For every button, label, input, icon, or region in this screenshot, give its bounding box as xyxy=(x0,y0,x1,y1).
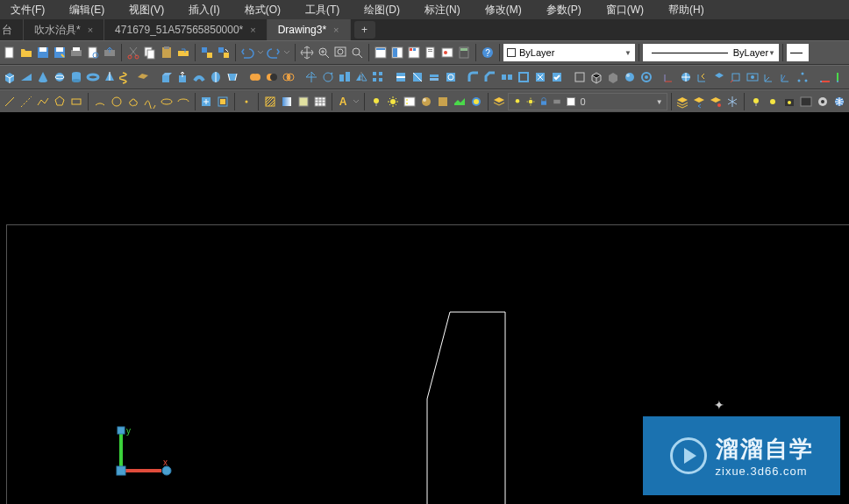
menu-window[interactable]: 窗口(W) xyxy=(603,1,647,19)
light-tool-icon[interactable] xyxy=(748,94,764,110)
close-icon[interactable]: × xyxy=(88,25,93,35)
chamfer-edge-icon[interactable] xyxy=(482,69,498,85)
section-plane-icon[interactable] xyxy=(393,69,409,85)
render-env-icon[interactable] xyxy=(452,94,467,110)
3d-rotate-icon[interactable] xyxy=(320,69,336,85)
calculator-icon[interactable] xyxy=(456,45,472,60)
extrude-icon[interactable] xyxy=(158,69,174,85)
tab-2[interactable]: 471679_51A57565850000* × xyxy=(104,19,268,40)
markup-icon[interactable] xyxy=(439,45,455,60)
ucs-z-icon[interactable] xyxy=(778,69,794,85)
globe-icon[interactable] xyxy=(831,94,847,110)
torus-icon[interactable] xyxy=(85,69,101,85)
pan-icon[interactable] xyxy=(299,45,315,60)
construction-line-icon[interactable] xyxy=(18,94,34,110)
material-attach-icon[interactable] xyxy=(435,94,451,110)
linetype-dropdown[interactable]: ByLayer ▼ xyxy=(643,44,779,61)
cone-icon[interactable] xyxy=(35,69,51,85)
match-icon[interactable] xyxy=(175,45,191,60)
ucs-world-icon[interactable] xyxy=(678,69,694,85)
2d-wireframe-icon[interactable] xyxy=(572,69,588,85)
ucs-object-icon[interactable] xyxy=(728,69,744,85)
arc-icon[interactable] xyxy=(92,94,108,110)
open-icon[interactable] xyxy=(18,45,34,60)
zoom-icon[interactable] xyxy=(316,45,332,60)
materials-icon[interactable] xyxy=(418,94,434,110)
make-block-icon[interactable] xyxy=(215,94,231,110)
menu-modify[interactable]: 修改(M) xyxy=(482,1,525,19)
point-icon[interactable] xyxy=(239,94,254,110)
box-icon[interactable] xyxy=(2,69,18,85)
paste-icon[interactable] xyxy=(159,45,175,60)
design-center-icon[interactable] xyxy=(389,45,405,60)
light-glyph-icon[interactable] xyxy=(765,94,781,110)
ellipse-arc-icon[interactable] xyxy=(175,94,191,110)
close-icon[interactable]: × xyxy=(250,25,255,35)
menu-tools[interactable]: 工具(T) xyxy=(302,1,343,19)
3d-wireframe-icon[interactable] xyxy=(589,69,604,85)
3d-hidden-icon[interactable] xyxy=(605,69,621,85)
3d-mirror-icon[interactable] xyxy=(353,69,369,85)
tab-0[interactable]: 台 xyxy=(0,19,24,40)
zoom-window-icon[interactable] xyxy=(332,45,348,60)
lineweight-dropdown[interactable] xyxy=(787,44,809,61)
revision-cloud-icon[interactable] xyxy=(125,94,141,110)
menu-dimension[interactable]: 标注(N) xyxy=(421,1,464,19)
mtext-icon[interactable]: A xyxy=(335,94,351,110)
ucs-x-icon[interactable] xyxy=(817,69,833,85)
redo-icon[interactable] xyxy=(266,45,282,60)
undo-dropdown-icon[interactable] xyxy=(256,45,265,60)
pyramid-icon[interactable] xyxy=(102,69,118,85)
realistic-icon[interactable] xyxy=(622,69,638,85)
undo-icon[interactable] xyxy=(239,45,255,60)
layer-previous-icon[interactable] xyxy=(691,94,707,110)
layer-dropdown[interactable]: 0 ▼ xyxy=(508,93,667,110)
check-icon[interactable] xyxy=(549,69,565,85)
polygon-icon[interactable] xyxy=(52,94,68,110)
wedge-icon[interactable] xyxy=(18,69,34,85)
block-icon[interactable] xyxy=(199,45,215,60)
color-dropdown[interactable]: ByLayer ▼ xyxy=(503,44,635,61)
light-list-icon[interactable] xyxy=(402,94,417,110)
conceptual-icon[interactable] xyxy=(639,69,654,85)
menu-view[interactable]: 视图(V) xyxy=(125,1,168,19)
3d-move-icon[interactable] xyxy=(303,69,319,85)
hatch-icon[interactable] xyxy=(262,94,278,110)
layer-properties-icon[interactable] xyxy=(491,94,507,110)
cut-icon[interactable] xyxy=(125,45,141,60)
3d-array-icon[interactable] xyxy=(370,69,386,85)
sun-icon[interactable] xyxy=(385,94,401,110)
sheet-set-icon[interactable] xyxy=(423,45,439,60)
slice-icon[interactable] xyxy=(410,69,425,85)
drawing-shape[interactable] xyxy=(7,225,533,504)
ellipse-icon[interactable] xyxy=(159,94,175,110)
zoom-previous-icon[interactable] xyxy=(349,45,365,60)
circle-icon[interactable] xyxy=(109,94,125,110)
preview-icon[interactable] xyxy=(85,45,101,60)
publish-icon[interactable] xyxy=(102,45,118,60)
polyline-icon[interactable] xyxy=(35,94,51,110)
ucs-origin-icon[interactable] xyxy=(761,69,777,85)
mtext-dropdown-icon[interactable] xyxy=(352,94,360,110)
gradient-icon[interactable] xyxy=(279,94,295,110)
line-icon[interactable] xyxy=(2,94,18,110)
render-tool-icon[interactable] xyxy=(781,94,797,110)
light-icon[interactable] xyxy=(368,94,384,110)
menu-help[interactable]: 帮助(H) xyxy=(665,1,708,19)
cylinder-icon[interactable] xyxy=(68,69,84,85)
thicken-icon[interactable] xyxy=(426,69,442,85)
ucs-previous-icon[interactable] xyxy=(695,69,710,85)
intersect-icon[interactable] xyxy=(281,69,296,85)
ucs-y-icon[interactable] xyxy=(834,69,849,85)
adv-render-icon[interactable] xyxy=(468,94,484,110)
imprint-icon[interactable] xyxy=(443,69,459,85)
menu-insert[interactable]: 插入(I) xyxy=(185,1,223,19)
menu-file[interactable]: 文件(F) xyxy=(7,1,48,19)
menu-parametric[interactable]: 参数(P) xyxy=(543,1,585,19)
cpu-icon[interactable] xyxy=(815,94,831,110)
add-tab-button[interactable]: + xyxy=(354,21,375,39)
redo-dropdown-icon[interactable] xyxy=(282,45,291,60)
help-icon[interactable]: ? xyxy=(480,45,496,60)
ucs-3point-icon[interactable] xyxy=(795,69,810,85)
save-icon[interactable] xyxy=(35,45,51,60)
